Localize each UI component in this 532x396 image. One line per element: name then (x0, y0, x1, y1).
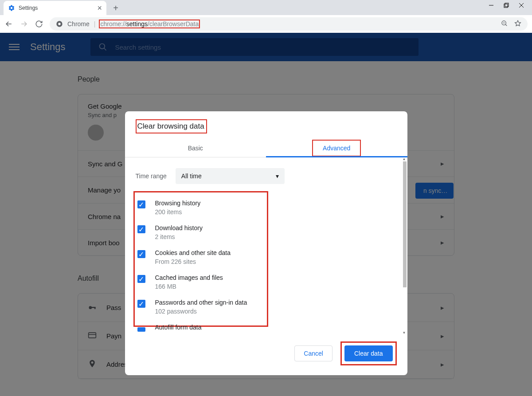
url-display: chrome://settings/clearBrowserData (99, 20, 200, 28)
gear-icon (8, 4, 15, 12)
checkbox-icon[interactable]: ✓ (137, 200, 145, 208)
checklist: ✓ Browsing history 200 items ✓ Download … (133, 191, 268, 327)
star-icon[interactable] (514, 20, 521, 28)
back-button[interactable] (4, 20, 13, 28)
scrollbar[interactable]: ▲ ▼ (402, 157, 407, 334)
url-input[interactable]: Chrome | chrome://settings/clearBrowserD… (50, 17, 528, 31)
time-range-select[interactable]: All time ▾ (176, 168, 285, 184)
reload-button[interactable] (35, 20, 43, 28)
tab-advanced[interactable]: Advanced (266, 139, 407, 157)
check-passwords[interactable]: ✓ Passwords and other sign-in data 102 p… (136, 294, 267, 319)
close-window-icon[interactable] (519, 2, 524, 10)
new-tab-button[interactable]: + (110, 2, 121, 14)
dropdown-icon: ▾ (276, 173, 279, 180)
window-controls (489, 2, 532, 15)
forward-button[interactable] (20, 20, 28, 28)
clear-data-button[interactable]: Clear data (344, 345, 393, 361)
svg-rect-2 (505, 3, 509, 7)
dialog-actions: Cancel Clear data (125, 334, 407, 375)
svg-rect-1 (504, 4, 508, 8)
check-cookies[interactable]: ✓ Cookies and other site data From 226 s… (136, 245, 267, 270)
address-bar: Chrome | chrome://settings/clearBrowserD… (0, 15, 532, 33)
tab-basic[interactable]: Basic (125, 139, 266, 157)
scrollbar-thumb[interactable] (403, 161, 407, 287)
minimize-icon[interactable] (489, 2, 494, 10)
checkbox-icon[interactable]: ✓ (137, 250, 145, 258)
maximize-icon[interactable] (504, 2, 509, 10)
time-range-label: Time range (136, 173, 167, 180)
cancel-button[interactable]: Cancel (294, 345, 332, 361)
checkbox-icon[interactable] (137, 327, 145, 332)
check-browsing-history[interactable]: ✓ Browsing history 200 items (136, 195, 267, 220)
clear-data-highlight: Clear data (340, 341, 397, 365)
clear-browsing-data-dialog: Clear browsing data Basic Advanced Time … (125, 111, 407, 375)
checkbox-icon[interactable]: ✓ (137, 300, 145, 308)
tab-strip: Settings × + (0, 0, 532, 15)
dialog-title: Clear browsing data (136, 119, 207, 133)
checkbox-icon[interactable]: ✓ (137, 275, 145, 283)
tab-title: Settings (19, 5, 38, 11)
dialog-tabs: Basic Advanced (125, 139, 407, 157)
svg-point-6 (58, 23, 60, 25)
dialog-body: Time range All time ▾ ✓ Browsing history… (125, 157, 407, 334)
browser-tab[interactable]: Settings × (4, 1, 106, 15)
chrome-icon (56, 20, 63, 27)
scroll-up-icon[interactable]: ▲ (401, 157, 407, 161)
check-autofill[interactable]: Autofill form data (136, 319, 267, 332)
zoom-icon[interactable] (501, 20, 508, 28)
modal-overlay: Clear browsing data Basic Advanced Time … (0, 33, 532, 396)
check-download-history[interactable]: ✓ Download history 2 items (136, 220, 267, 245)
checkbox-icon[interactable]: ✓ (137, 225, 145, 233)
browser-label: Chrome (67, 20, 90, 27)
close-tab-icon[interactable]: × (97, 4, 102, 13)
scroll-down-icon[interactable]: ▼ (401, 331, 407, 334)
check-cache[interactable]: ✓ Cached images and files 166 MB (136, 270, 267, 294)
svg-line-8 (505, 24, 507, 26)
